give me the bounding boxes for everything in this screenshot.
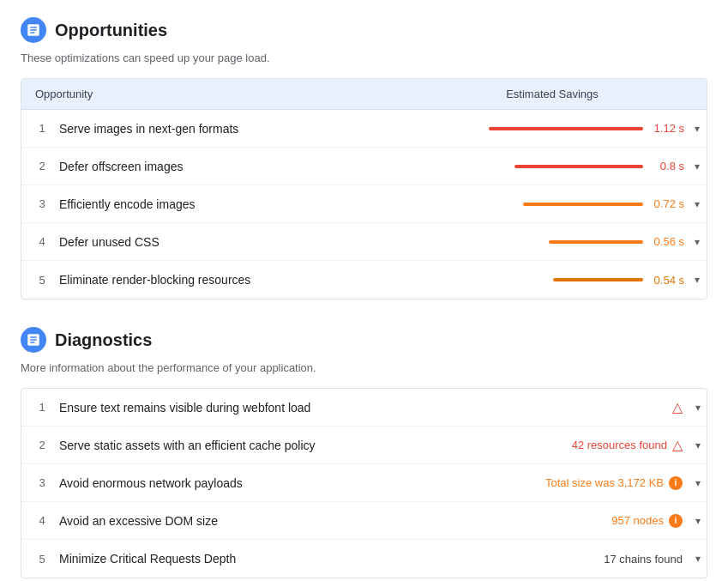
- diagnostics-subtitle: More information about the performance o…: [21, 361, 707, 374]
- diag-row[interactable]: 5 Minimize Critical Requests Depth 17 ch…: [21, 540, 707, 578]
- alert-triangle-icon: △: [672, 399, 683, 415]
- alert-triangle-icon: △: [672, 437, 683, 453]
- bar-container: [549, 240, 643, 244]
- chevron-icon: ▾: [695, 160, 700, 172]
- row-label: Defer unused CSS: [52, 235, 398, 249]
- savings-value: 0.72 s: [650, 197, 684, 210]
- diagnostics-table: 1 Ensure text remains visible during web…: [21, 388, 707, 578]
- chevron-icon: ▾: [689, 553, 707, 565]
- savings-bar: [489, 127, 643, 130]
- savings-bar: [553, 278, 643, 281]
- savings-bar: [514, 165, 643, 168]
- row-savings: 0.8 s ▾: [398, 160, 707, 172]
- opportunities-icon: [21, 17, 46, 43]
- diagnostics-header: Diagnostics: [21, 327, 707, 353]
- table-row[interactable]: 1 Serve images in next-gen formats 1.12 …: [21, 110, 707, 148]
- table-row[interactable]: 2 Defer offscreen images 0.8 s ▾: [21, 148, 707, 185]
- chevron-icon: ▾: [695, 236, 700, 248]
- diagnostics-icon: [21, 327, 46, 353]
- chevron-icon: ▾: [689, 439, 707, 451]
- diag-row[interactable]: 1 Ensure text remains visible during web…: [21, 389, 707, 427]
- row-label: Avoid enormous network payloads: [52, 476, 545, 490]
- diag-row[interactable]: 3 Avoid enormous network payloads Total …: [21, 464, 707, 502]
- bar-container: [553, 278, 643, 281]
- row-number: 1: [21, 401, 52, 414]
- row-savings: 0.54 s ▾: [398, 274, 707, 287]
- row-number: 4: [21, 235, 52, 248]
- opportunities-subtitle: These optimizations can speed up your pa…: [21, 51, 707, 64]
- table-row[interactable]: 4 Defer unused CSS 0.56 s ▾: [21, 223, 707, 261]
- row-number: 2: [21, 439, 52, 451]
- row-label: Minimize Critical Requests Depth: [52, 552, 604, 566]
- table-row[interactable]: 3 Efficiently encode images 0.72 s ▾: [21, 185, 707, 223]
- diag-row[interactable]: 4 Avoid an excessive DOM size 957 nodes …: [21, 502, 707, 540]
- row-number: 3: [21, 476, 52, 489]
- savings-value: 0.8 s: [650, 160, 684, 172]
- row-savings: 1.12 s ▾: [398, 122, 707, 135]
- row-label: Serve static assets with an efficient ca…: [52, 439, 572, 452]
- opportunities-table: Opportunity Estimated Savings 1 Serve im…: [21, 78, 707, 300]
- row-number: 2: [21, 160, 52, 172]
- diag-info: 17 chains found: [604, 553, 686, 566]
- bar-container: [514, 165, 643, 168]
- chevron-icon: ▾: [695, 198, 700, 210]
- diag-info: 42 resources found △: [572, 437, 686, 453]
- savings-value: 0.56 s: [650, 235, 684, 248]
- row-savings: 0.56 s ▾: [398, 235, 707, 248]
- chevron-icon: ▾: [689, 477, 707, 489]
- diag-value: Total size was 3,172 KB: [545, 476, 664, 489]
- row-label: Defer offscreen images: [52, 160, 398, 173]
- savings-bar: [549, 240, 643, 244]
- col-opportunity: Opportunity: [21, 79, 398, 109]
- info-icon: i: [669, 476, 683, 490]
- chevron-icon: ▾: [689, 402, 707, 414]
- savings-value: 1.12 s: [650, 122, 684, 135]
- diag-info: △: [672, 399, 686, 415]
- chevron-icon: ▾: [689, 515, 707, 527]
- bar-container: [489, 127, 643, 130]
- savings-bar: [523, 203, 643, 206]
- row-number: 1: [21, 122, 52, 135]
- chevron-icon: ▾: [695, 274, 700, 286]
- row-savings: 0.72 s ▾: [398, 197, 707, 210]
- row-label: Efficiently encode images: [52, 197, 398, 211]
- chevron-icon: ▾: [695, 123, 700, 135]
- row-number: 3: [21, 197, 52, 210]
- bar-container: [523, 203, 643, 206]
- diag-row[interactable]: 2 Serve static assets with an efficient …: [21, 427, 707, 464]
- row-label: Serve images in next-gen formats: [52, 122, 398, 136]
- row-label: Avoid an excessive DOM size: [52, 514, 611, 528]
- opportunities-title: Opportunities: [55, 21, 167, 40]
- savings-value: 0.54 s: [650, 274, 684, 287]
- diag-info: Total size was 3,172 KB i: [545, 476, 686, 490]
- table-row[interactable]: 5 Eliminate render-blocking resources 0.…: [21, 261, 707, 299]
- diag-value: 42 resources found: [572, 439, 667, 451]
- diagnostics-title: Diagnostics: [55, 330, 152, 350]
- diag-value: 957 nodes: [611, 514, 664, 527]
- col-savings: Estimated Savings: [398, 79, 707, 109]
- info-icon: i: [669, 514, 683, 528]
- opportunities-table-header: Opportunity Estimated Savings: [21, 79, 707, 110]
- row-label: Eliminate render-blocking resources: [52, 273, 398, 287]
- row-number: 5: [21, 553, 52, 566]
- diag-value: 17 chains found: [604, 553, 683, 566]
- row-label: Ensure text remains visible during webfo…: [52, 401, 672, 415]
- row-number: 5: [21, 274, 52, 287]
- opportunities-header: Opportunities: [21, 17, 707, 43]
- diag-info: 957 nodes i: [611, 514, 686, 528]
- row-number: 4: [21, 514, 52, 527]
